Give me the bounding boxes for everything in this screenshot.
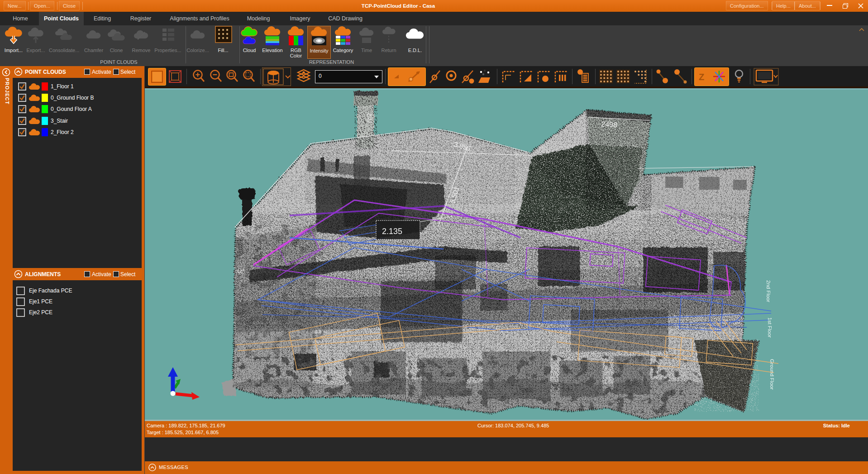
svg-text:Ground Floor: Ground Floor: [769, 359, 775, 390]
svg-text:Z: Z: [699, 72, 704, 82]
svg-text:2nd Floor: 2nd Floor: [766, 280, 771, 302]
svg-text:2498: 2498: [601, 120, 618, 129]
svg-text:2.21: 2.21: [366, 113, 373, 124]
svg-text:1st Floor: 1st Floor: [767, 317, 773, 338]
svg-text:2.135: 2.135: [382, 227, 402, 236]
